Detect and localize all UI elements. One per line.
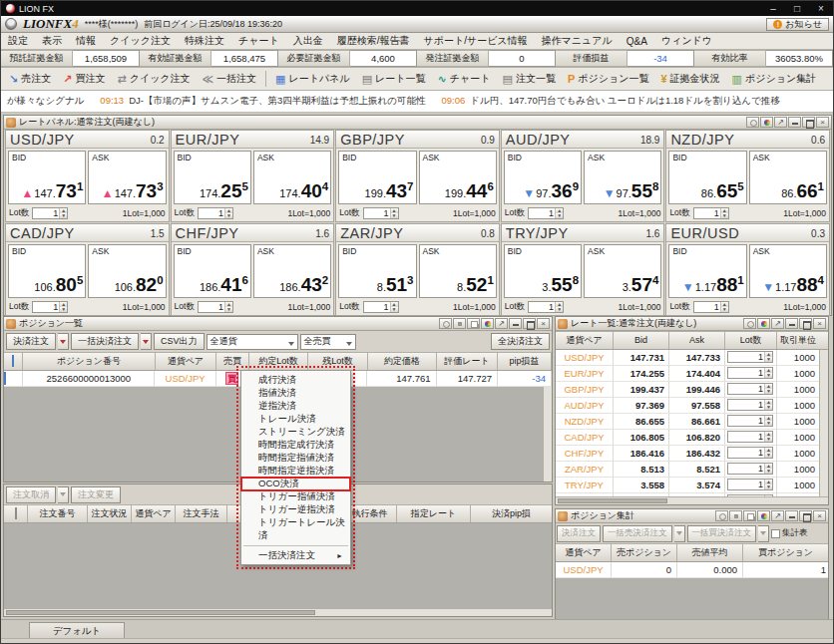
rate-list-button[interactable]: ▤レート一覧 <box>356 69 432 89</box>
side-filter-select[interactable]: 全売買 <box>300 334 356 350</box>
detach-icon[interactable]: ↗ <box>774 117 787 128</box>
lot-spinner[interactable]: 1▲▼ <box>727 351 773 363</box>
menu-item-oco-settle[interactable]: OCO決済 <box>241 478 350 490</box>
lot-spinner[interactable]: 1▲▼ <box>727 447 773 459</box>
bid-quote-button[interactable]: BID▼97.369 <box>504 151 582 204</box>
order-list-button[interactable]: ▤注文一覧 <box>496 69 561 89</box>
gear-icon[interactable] <box>715 510 728 521</box>
batch-settle-button[interactable]: 一括決済注文 <box>71 333 139 350</box>
gear-icon[interactable] <box>746 117 759 128</box>
gear-icon[interactable] <box>439 318 452 329</box>
lot-spinner[interactable]: 1▲▼ <box>693 301 729 313</box>
ask-quote-button[interactable]: ASK3.574 <box>584 244 661 298</box>
settle-order-button[interactable]: 決済注文 <box>6 333 56 350</box>
minimize-icon[interactable] <box>785 318 798 329</box>
menu-item-trigger-stop-settle[interactable]: トリガー逆指決済 <box>241 503 350 516</box>
rate-row-eurjpy[interactable]: EUR/JPY174.255174.4041▲▼1000 <box>556 366 819 382</box>
ask-quote-button[interactable]: ASK86.661 <box>749 151 827 204</box>
menu-item-timed-limit-settle[interactable]: 時間指定指値決済 <box>241 452 350 465</box>
lot-spinner[interactable]: 1▲▼ <box>528 301 564 313</box>
summary-row[interactable]: USD/JPY 0 0.000 1 <box>556 562 828 578</box>
ask-quote-button[interactable]: ASK8.521 <box>419 244 497 298</box>
vertical-scrollbar[interactable] <box>543 387 552 482</box>
bid-quote-button[interactable]: BID▼1.17881 <box>668 244 746 298</box>
minimize-icon[interactable] <box>788 117 801 128</box>
menu-item-trigger-trail-settle[interactable]: トリガートレール決済 <box>241 516 350 542</box>
menu-item-trigger-limit-settle[interactable]: トリガー指値決済 <box>241 490 350 503</box>
lot-spinner[interactable]: 1▲▼ <box>727 367 773 379</box>
copy-icon[interactable] <box>743 510 756 521</box>
maximize-icon[interactable] <box>523 318 536 329</box>
bid-quote-button[interactable]: BID174.255 <box>174 151 251 204</box>
maximize-icon[interactable] <box>802 117 815 128</box>
lot-spinner[interactable]: 1▲▼ <box>363 207 399 219</box>
bid-quote-button[interactable]: BID186.416 <box>174 244 251 298</box>
menu-item-batch-settle[interactable]: 一括決済注文► <box>241 549 350 562</box>
maximize-icon[interactable] <box>799 510 812 521</box>
lot-spinner[interactable]: 1▲▼ <box>32 301 68 313</box>
menu-window[interactable]: ウィンドウ <box>654 34 719 48</box>
rate-row-chfjpy[interactable]: CHF/JPY186.416186.4321▲▼1000 <box>556 446 819 462</box>
chart-button[interactable]: ∿チャート <box>432 69 497 89</box>
batch-order-button[interactable]: ≪一括注文 <box>197 69 263 89</box>
bid-quote-button[interactable]: BID3.558 <box>504 244 582 298</box>
lot-spinner[interactable]: 1▲▼ <box>727 463 773 475</box>
cancel-dropdown-icon[interactable] <box>58 486 69 503</box>
rate-row-gbpjpy[interactable]: GBP/JPY199.437199.4461▲▼1000 <box>556 382 819 398</box>
notice-button[interactable]: ! お知らせ <box>766 18 829 31</box>
palette-icon[interactable] <box>757 510 770 521</box>
dropdown-icon[interactable] <box>674 525 685 542</box>
rate-row-audjpy[interactable]: AUD/JPY97.36997.5581▲▼1000 <box>556 398 819 414</box>
lot-spinner[interactable]: 1▲▼ <box>198 207 233 219</box>
rate-row-tryjpy[interactable]: TRY/JPY3.5583.5741▲▼1000 <box>556 478 819 493</box>
rate-row-nzdjpy[interactable]: NZD/JPY86.65586.6611▲▼1000 <box>556 414 819 430</box>
lot-spinner[interactable]: 1▲▼ <box>727 383 773 395</box>
currency-filter-select[interactable]: 全通貨 <box>207 334 298 350</box>
bid-quote-button[interactable]: BID8.513 <box>338 244 416 298</box>
menu-chart[interactable]: チャート <box>231 34 286 48</box>
menu-item-timed-stop-settle[interactable]: 時間指定逆指決済 <box>241 465 350 478</box>
scrollbar-thumb[interactable] <box>6 610 315 615</box>
batch-buy-settle-button[interactable]: 一括買決済注文 <box>687 525 757 542</box>
ask-quote-button[interactable]: ASK174.404 <box>253 151 331 204</box>
menu-item-market-settle[interactable]: 成行決済 <box>241 374 350 387</box>
settle-order-button[interactable]: 決済注文 <box>557 525 601 542</box>
lot-spinner[interactable]: 1▲▼ <box>528 207 564 219</box>
copy-icon[interactable] <box>467 318 480 329</box>
pin-icon[interactable] <box>729 510 742 521</box>
menu-item-trail-settle[interactable]: トレール決済 <box>241 413 350 426</box>
batch-sell-settle-button[interactable]: 一括売決済注文 <box>603 525 672 542</box>
batch-settle-dropdown-icon[interactable] <box>141 333 152 350</box>
ask-quote-button[interactable]: ASK▲147.733 <box>88 151 166 204</box>
lot-spinner[interactable]: 1▲▼ <box>727 479 773 490</box>
palette-icon[interactable] <box>757 318 770 329</box>
sell-order-button[interactable]: ↘売注文 <box>3 69 57 89</box>
menu-special-order[interactable]: 特殊注文 <box>178 34 231 48</box>
menu-item-limit-settle[interactable]: 指値決済 <box>241 387 350 400</box>
menu-support[interactable]: サポート/サービス情報 <box>416 34 534 48</box>
menu-view[interactable]: 表示 <box>35 34 69 48</box>
csv-export-button[interactable]: CSV出力 <box>154 333 205 350</box>
rate-row-cadjpy[interactable]: CAD/JPY106.805106.8201▲▼1000 <box>556 430 819 446</box>
menu-info[interactable]: 情報 <box>69 34 103 48</box>
menu-item-stop-settle[interactable]: 逆指決済 <box>241 400 350 413</box>
menu-settings[interactable]: 設定 <box>1 34 35 48</box>
position-list-button[interactable]: Pポジション一覧 <box>562 69 655 89</box>
vertical-scrollbar[interactable] <box>819 350 828 496</box>
rate-row-zarjpy[interactable]: ZAR/JPY8.5138.5211▲▼1000 <box>556 462 819 478</box>
lot-spinner[interactable]: 1▲▼ <box>693 207 729 219</box>
gear-icon[interactable] <box>743 318 756 329</box>
dropdown-icon[interactable] <box>758 525 769 542</box>
detach-icon[interactable]: ↗ <box>771 318 784 329</box>
row-select-icon[interactable] <box>4 371 23 387</box>
settle-dropdown-icon[interactable] <box>58 333 69 350</box>
detach-icon[interactable]: ↗ <box>495 318 508 329</box>
tab-default[interactable]: デフォルト <box>29 622 125 639</box>
bid-quote-button[interactable]: BID86.655 <box>668 151 746 204</box>
lot-spinner[interactable]: 1▲▼ <box>32 207 68 219</box>
lot-spinner[interactable]: 1▲▼ <box>727 431 773 443</box>
ask-quote-button[interactable]: ASK199.446 <box>419 151 497 204</box>
ask-quote-button[interactable]: ASK▼97.558 <box>584 151 661 204</box>
lot-spinner[interactable]: 1▲▼ <box>727 415 773 427</box>
position-summary-button[interactable]: ▥ポジション集計 <box>726 69 823 89</box>
